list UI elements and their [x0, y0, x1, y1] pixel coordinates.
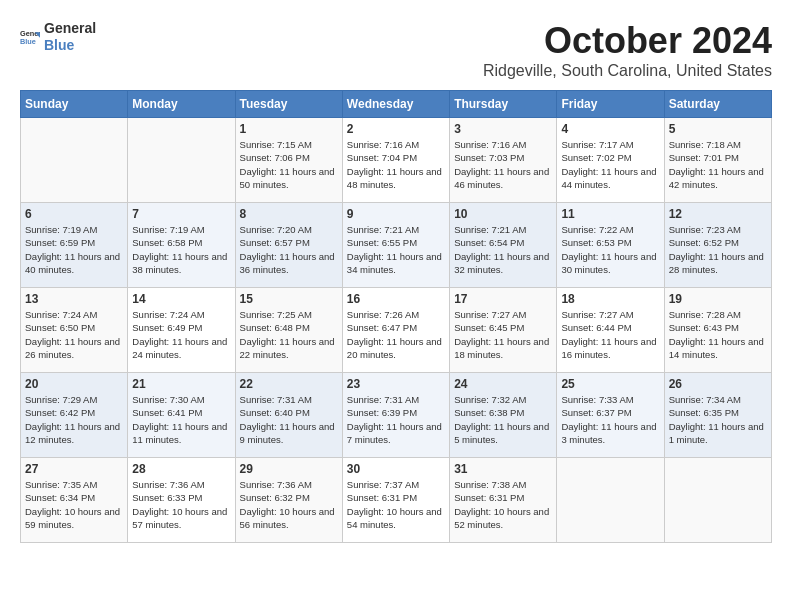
- day-info: Sunrise: 7:15 AMSunset: 7:06 PMDaylight:…: [240, 138, 338, 191]
- day-number: 29: [240, 462, 338, 476]
- day-info: Sunrise: 7:24 AMSunset: 6:49 PMDaylight:…: [132, 308, 230, 361]
- day-number: 6: [25, 207, 123, 221]
- week-row-2: 6 Sunrise: 7:19 AMSunset: 6:59 PMDayligh…: [21, 203, 772, 288]
- day-number: 22: [240, 377, 338, 391]
- day-info: Sunrise: 7:24 AMSunset: 6:50 PMDaylight:…: [25, 308, 123, 361]
- calendar-cell: 13 Sunrise: 7:24 AMSunset: 6:50 PMDaylig…: [21, 288, 128, 373]
- calendar-cell: 21 Sunrise: 7:30 AMSunset: 6:41 PMDaylig…: [128, 373, 235, 458]
- calendar-cell: [664, 458, 771, 543]
- calendar-cell: 23 Sunrise: 7:31 AMSunset: 6:39 PMDaylig…: [342, 373, 449, 458]
- logo-blue: Blue: [44, 37, 96, 54]
- day-number: 7: [132, 207, 230, 221]
- day-number: 2: [347, 122, 445, 136]
- week-row-3: 13 Sunrise: 7:24 AMSunset: 6:50 PMDaylig…: [21, 288, 772, 373]
- calendar-cell: 15 Sunrise: 7:25 AMSunset: 6:48 PMDaylig…: [235, 288, 342, 373]
- day-number: 10: [454, 207, 552, 221]
- weekday-header-row: SundayMondayTuesdayWednesdayThursdayFrid…: [21, 91, 772, 118]
- calendar-cell: 8 Sunrise: 7:20 AMSunset: 6:57 PMDayligh…: [235, 203, 342, 288]
- day-info: Sunrise: 7:28 AMSunset: 6:43 PMDaylight:…: [669, 308, 767, 361]
- day-info: Sunrise: 7:30 AMSunset: 6:41 PMDaylight:…: [132, 393, 230, 446]
- calendar-cell: 28 Sunrise: 7:36 AMSunset: 6:33 PMDaylig…: [128, 458, 235, 543]
- logo-general: General: [44, 20, 96, 37]
- calendar-cell: 14 Sunrise: 7:24 AMSunset: 6:49 PMDaylig…: [128, 288, 235, 373]
- day-info: Sunrise: 7:38 AMSunset: 6:31 PMDaylight:…: [454, 478, 552, 531]
- day-number: 20: [25, 377, 123, 391]
- calendar-cell: 9 Sunrise: 7:21 AMSunset: 6:55 PMDayligh…: [342, 203, 449, 288]
- day-info: Sunrise: 7:34 AMSunset: 6:35 PMDaylight:…: [669, 393, 767, 446]
- day-number: 16: [347, 292, 445, 306]
- day-info: Sunrise: 7:26 AMSunset: 6:47 PMDaylight:…: [347, 308, 445, 361]
- day-number: 13: [25, 292, 123, 306]
- week-row-1: 1 Sunrise: 7:15 AMSunset: 7:06 PMDayligh…: [21, 118, 772, 203]
- title-section: October 2024 Ridgeville, South Carolina,…: [483, 20, 772, 80]
- calendar-cell: [21, 118, 128, 203]
- day-number: 9: [347, 207, 445, 221]
- calendar-cell: 3 Sunrise: 7:16 AMSunset: 7:03 PMDayligh…: [450, 118, 557, 203]
- day-number: 12: [669, 207, 767, 221]
- day-number: 11: [561, 207, 659, 221]
- calendar-cell: 17 Sunrise: 7:27 AMSunset: 6:45 PMDaylig…: [450, 288, 557, 373]
- day-number: 21: [132, 377, 230, 391]
- calendar-cell: 12 Sunrise: 7:23 AMSunset: 6:52 PMDaylig…: [664, 203, 771, 288]
- calendar-cell: 26 Sunrise: 7:34 AMSunset: 6:35 PMDaylig…: [664, 373, 771, 458]
- day-number: 30: [347, 462, 445, 476]
- weekday-header-saturday: Saturday: [664, 91, 771, 118]
- day-info: Sunrise: 7:19 AMSunset: 6:59 PMDaylight:…: [25, 223, 123, 276]
- day-number: 26: [669, 377, 767, 391]
- svg-text:Blue: Blue: [20, 37, 36, 46]
- day-info: Sunrise: 7:36 AMSunset: 6:33 PMDaylight:…: [132, 478, 230, 531]
- day-info: Sunrise: 7:25 AMSunset: 6:48 PMDaylight:…: [240, 308, 338, 361]
- calendar-table: SundayMondayTuesdayWednesdayThursdayFrid…: [20, 90, 772, 543]
- day-info: Sunrise: 7:18 AMSunset: 7:01 PMDaylight:…: [669, 138, 767, 191]
- calendar-cell: 2 Sunrise: 7:16 AMSunset: 7:04 PMDayligh…: [342, 118, 449, 203]
- day-number: 23: [347, 377, 445, 391]
- day-number: 5: [669, 122, 767, 136]
- calendar-cell: 24 Sunrise: 7:32 AMSunset: 6:38 PMDaylig…: [450, 373, 557, 458]
- calendar-cell: 11 Sunrise: 7:22 AMSunset: 6:53 PMDaylig…: [557, 203, 664, 288]
- calendar-cell: 6 Sunrise: 7:19 AMSunset: 6:59 PMDayligh…: [21, 203, 128, 288]
- page-header: General Blue General Blue October 2024 R…: [20, 20, 772, 80]
- calendar-cell: 18 Sunrise: 7:27 AMSunset: 6:44 PMDaylig…: [557, 288, 664, 373]
- calendar-cell: 10 Sunrise: 7:21 AMSunset: 6:54 PMDaylig…: [450, 203, 557, 288]
- logo: General Blue General Blue: [20, 20, 96, 54]
- weekday-header-monday: Monday: [128, 91, 235, 118]
- day-info: Sunrise: 7:19 AMSunset: 6:58 PMDaylight:…: [132, 223, 230, 276]
- calendar-cell: 4 Sunrise: 7:17 AMSunset: 7:02 PMDayligh…: [557, 118, 664, 203]
- calendar-cell: 1 Sunrise: 7:15 AMSunset: 7:06 PMDayligh…: [235, 118, 342, 203]
- calendar-cell: 29 Sunrise: 7:36 AMSunset: 6:32 PMDaylig…: [235, 458, 342, 543]
- weekday-header-wednesday: Wednesday: [342, 91, 449, 118]
- day-info: Sunrise: 7:21 AMSunset: 6:54 PMDaylight:…: [454, 223, 552, 276]
- calendar-cell: [128, 118, 235, 203]
- day-info: Sunrise: 7:16 AMSunset: 7:04 PMDaylight:…: [347, 138, 445, 191]
- calendar-cell: 19 Sunrise: 7:28 AMSunset: 6:43 PMDaylig…: [664, 288, 771, 373]
- calendar-cell: 20 Sunrise: 7:29 AMSunset: 6:42 PMDaylig…: [21, 373, 128, 458]
- calendar-cell: 7 Sunrise: 7:19 AMSunset: 6:58 PMDayligh…: [128, 203, 235, 288]
- day-info: Sunrise: 7:22 AMSunset: 6:53 PMDaylight:…: [561, 223, 659, 276]
- month-title: October 2024: [483, 20, 772, 62]
- day-number: 27: [25, 462, 123, 476]
- day-number: 28: [132, 462, 230, 476]
- day-number: 18: [561, 292, 659, 306]
- weekday-header-sunday: Sunday: [21, 91, 128, 118]
- day-info: Sunrise: 7:31 AMSunset: 6:39 PMDaylight:…: [347, 393, 445, 446]
- day-info: Sunrise: 7:36 AMSunset: 6:32 PMDaylight:…: [240, 478, 338, 531]
- calendar-cell: 30 Sunrise: 7:37 AMSunset: 6:31 PMDaylig…: [342, 458, 449, 543]
- day-info: Sunrise: 7:27 AMSunset: 6:45 PMDaylight:…: [454, 308, 552, 361]
- day-info: Sunrise: 7:21 AMSunset: 6:55 PMDaylight:…: [347, 223, 445, 276]
- weekday-header-friday: Friday: [557, 91, 664, 118]
- day-number: 14: [132, 292, 230, 306]
- weekday-header-thursday: Thursday: [450, 91, 557, 118]
- day-info: Sunrise: 7:32 AMSunset: 6:38 PMDaylight:…: [454, 393, 552, 446]
- day-info: Sunrise: 7:31 AMSunset: 6:40 PMDaylight:…: [240, 393, 338, 446]
- day-info: Sunrise: 7:17 AMSunset: 7:02 PMDaylight:…: [561, 138, 659, 191]
- day-number: 4: [561, 122, 659, 136]
- week-row-5: 27 Sunrise: 7:35 AMSunset: 6:34 PMDaylig…: [21, 458, 772, 543]
- day-info: Sunrise: 7:33 AMSunset: 6:37 PMDaylight:…: [561, 393, 659, 446]
- day-number: 8: [240, 207, 338, 221]
- day-number: 17: [454, 292, 552, 306]
- logo-icon: General Blue: [20, 27, 40, 47]
- day-number: 25: [561, 377, 659, 391]
- day-info: Sunrise: 7:27 AMSunset: 6:44 PMDaylight:…: [561, 308, 659, 361]
- day-number: 24: [454, 377, 552, 391]
- day-number: 1: [240, 122, 338, 136]
